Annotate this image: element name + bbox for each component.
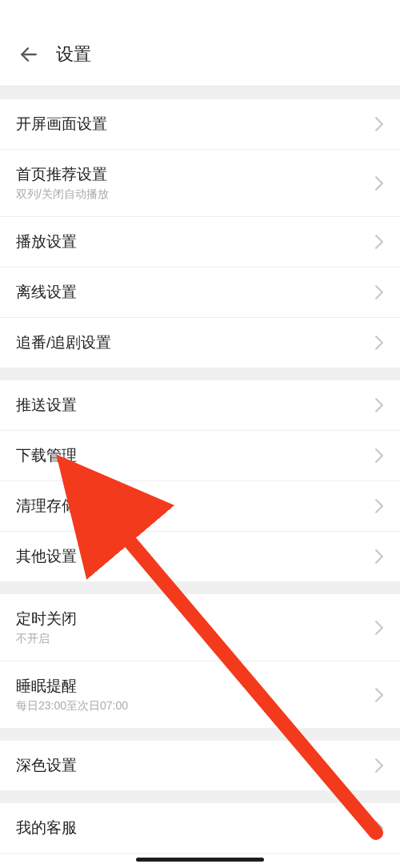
item-title: 推送设置 (16, 395, 77, 416)
item-title: 我的客服 (16, 818, 77, 838)
item-other-settings[interactable]: 其他设置 (0, 532, 400, 581)
item-title: 播放设置 (16, 231, 77, 252)
settings-group-3: 深色设置 (0, 741, 400, 790)
section-gap (0, 368, 400, 380)
settings-group-2: 定时关闭 不开启 睡眠提醒 每日23:00至次日07:00 (0, 594, 400, 728)
item-play-settings[interactable]: 播放设置 (0, 217, 400, 267)
item-splash-settings[interactable]: 开屏画面设置 (0, 99, 400, 150)
item-text: 清理存储空间 (16, 496, 107, 516)
chevron-right-icon (374, 117, 384, 131)
section-gap (0, 790, 400, 803)
item-text: 追番/追剧设置 (16, 332, 111, 353)
item-title: 深色设置 (16, 755, 77, 776)
item-subtitle: 不开启 (16, 632, 77, 646)
settings-group-0: 开屏画面设置 首页推荐设置 双列/关闭自动播放 播放设置 离线设置 追番 (0, 99, 400, 368)
chevron-right-icon (374, 821, 384, 835)
item-push-settings[interactable]: 推送设置 (0, 380, 400, 431)
item-title: 追番/追剧设置 (16, 332, 111, 353)
item-text: 深色设置 (16, 755, 77, 776)
back-button[interactable] (14, 40, 43, 69)
chevron-right-icon (374, 549, 384, 564)
item-dark-mode[interactable]: 深色设置 (0, 741, 400, 790)
arrow-left-icon (18, 44, 39, 65)
section-gap (0, 581, 400, 594)
item-subtitle: 双列/关闭自动播放 (16, 187, 109, 202)
chevron-right-icon (374, 621, 384, 635)
chevron-right-icon (374, 499, 384, 513)
chevron-right-icon (374, 285, 384, 299)
chevron-right-icon (374, 235, 384, 249)
section-gap (0, 86, 400, 99)
item-text: 开屏画面设置 (16, 114, 107, 135)
settings-screen: 设置 开屏画面设置 首页推荐设置 双列/关闭自动播放 播放设置 离线设置 (0, 0, 400, 868)
item-text: 下载管理 (16, 445, 77, 466)
item-text: 睡眠提醒 每日23:00至次日07:00 (16, 676, 128, 713)
chevron-right-icon (374, 448, 384, 463)
chevron-right-icon (374, 176, 384, 191)
item-title: 首页推荐设置 (16, 164, 109, 185)
item-text: 离线设置 (16, 282, 77, 303)
item-text: 播放设置 (16, 231, 77, 252)
section-gap (0, 728, 400, 741)
home-indicator (136, 858, 264, 862)
chevron-right-icon (374, 398, 384, 412)
item-text: 定时关闭 不开启 (16, 609, 77, 646)
item-text: 其他设置 (16, 546, 77, 567)
item-title: 下载管理 (16, 445, 77, 466)
item-subtitle: 每日23:00至次日07:00 (16, 699, 128, 713)
item-offline-settings[interactable]: 离线设置 (0, 267, 400, 318)
item-home-recommend-settings[interactable]: 首页推荐设置 双列/关闭自动播放 (0, 150, 400, 217)
item-title: 睡眠提醒 (16, 676, 128, 697)
item-download-manage[interactable]: 下载管理 (0, 431, 400, 481)
item-bangumi-settings[interactable]: 追番/追剧设置 (0, 318, 400, 368)
item-title: 定时关闭 (16, 609, 77, 629)
item-title: 其他设置 (16, 546, 77, 567)
item-text: 推送设置 (16, 395, 77, 416)
chevron-right-icon (374, 688, 384, 702)
item-title: 开屏画面设置 (16, 114, 107, 135)
item-timed-off[interactable]: 定时关闭 不开启 (0, 594, 400, 661)
header-bar: 设置 (0, 0, 400, 86)
item-title: 离线设置 (16, 282, 77, 303)
settings-group-1: 推送设置 下载管理 清理存储空间 其他设置 (0, 380, 400, 581)
item-text: 我的客服 (16, 818, 77, 838)
page-title: 设置 (56, 42, 91, 66)
item-customer-service[interactable]: 我的客服 (0, 803, 400, 854)
item-sleep-reminder[interactable]: 睡眠提醒 每日23:00至次日07:00 (0, 661, 400, 728)
item-text: 首页推荐设置 双列/关闭自动播放 (16, 164, 109, 202)
item-clear-storage[interactable]: 清理存储空间 (0, 481, 400, 532)
chevron-right-icon (374, 758, 384, 773)
item-title: 清理存储空间 (16, 496, 107, 516)
chevron-right-icon (374, 336, 384, 350)
